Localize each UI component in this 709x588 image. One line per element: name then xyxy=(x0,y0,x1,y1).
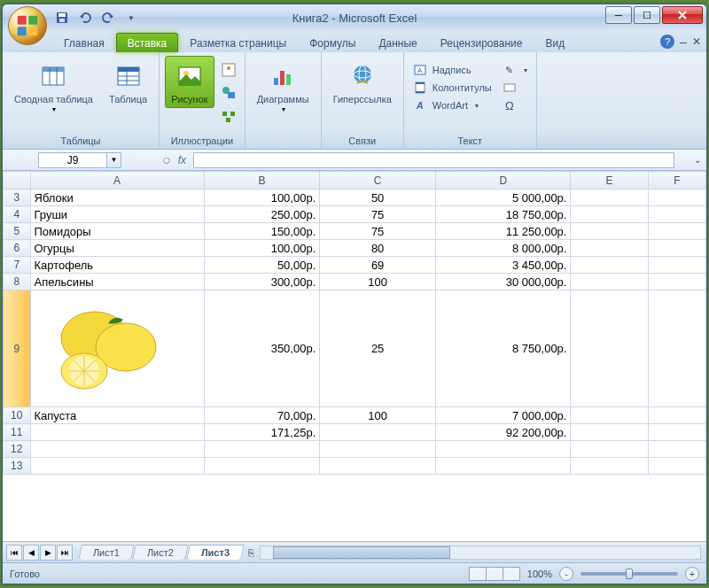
formula-bar[interactable] xyxy=(193,152,674,168)
clipart-icon[interactable] xyxy=(218,59,239,81)
cell-E13[interactable] xyxy=(571,458,648,475)
cell-E3[interactable] xyxy=(571,190,648,206)
cell-C9[interactable]: 25 xyxy=(320,290,436,407)
lemon-image[interactable] xyxy=(42,298,175,396)
cell-B10[interactable]: 70,00р. xyxy=(204,407,320,424)
row-header-12[interactable]: 12 xyxy=(4,441,31,458)
cancel-formula-icon[interactable]: ○ xyxy=(162,152,171,168)
charts-button[interactable]: Диаграммы ▾ xyxy=(251,56,316,116)
cell-D10[interactable]: 7 000,00р. xyxy=(435,407,571,424)
save-icon[interactable] xyxy=(52,8,72,27)
first-sheet-button[interactable]: ⏮ xyxy=(6,545,22,561)
row-header-5[interactable]: 5 xyxy=(4,223,31,240)
cell-D13[interactable] xyxy=(435,458,571,475)
cell-A5[interactable]: Помидоры xyxy=(30,223,204,240)
close-button[interactable] xyxy=(662,6,703,24)
last-sheet-button[interactable]: ⏭ xyxy=(57,545,73,561)
picture-button[interactable]: Рисунок xyxy=(165,56,214,108)
cell-E12[interactable] xyxy=(571,441,648,458)
shapes-icon[interactable] xyxy=(218,82,239,104)
table-button[interactable]: Таблица xyxy=(103,56,153,108)
col-header-C[interactable]: C xyxy=(320,172,436,190)
cell-C13[interactable] xyxy=(320,458,436,475)
cell-B13[interactable] xyxy=(204,458,320,475)
row-header-6[interactable]: 6 xyxy=(4,240,31,257)
cell-F11[interactable] xyxy=(648,424,705,441)
col-header-A[interactable]: A xyxy=(30,172,204,190)
cell-B11[interactable]: 171,25р. xyxy=(204,424,320,441)
cell-E8[interactable] xyxy=(571,274,648,290)
row-header-11[interactable]: 11 xyxy=(4,424,31,441)
cell-A13[interactable] xyxy=(30,458,204,475)
cell-C8[interactable]: 100 xyxy=(320,274,436,290)
page-break-view-button[interactable] xyxy=(503,567,520,581)
next-sheet-button[interactable]: ▶ xyxy=(40,545,56,561)
signature-button[interactable]: ✎▾ xyxy=(499,61,531,79)
cell-D12[interactable] xyxy=(435,441,571,458)
name-box[interactable]: ▼ xyxy=(38,152,144,168)
sheet-tab-1[interactable]: Лист2 xyxy=(132,545,189,560)
textbox-button[interactable]: AНадпись xyxy=(409,61,495,79)
name-box-input[interactable] xyxy=(38,152,107,168)
cell-E5[interactable] xyxy=(571,223,648,240)
cell-A9[interactable] xyxy=(30,290,204,407)
qat-customize-icon[interactable]: ▼ xyxy=(121,8,141,27)
cell-A11[interactable] xyxy=(30,424,204,441)
new-sheet-button[interactable]: ⎘ xyxy=(248,547,254,558)
smartart-icon[interactable] xyxy=(218,105,239,127)
ribbon-tab-2[interactable]: Разметка страницы xyxy=(178,33,298,52)
cell-C11[interactable] xyxy=(320,424,436,441)
cell-F3[interactable] xyxy=(648,190,705,206)
col-header-E[interactable]: E xyxy=(571,172,648,190)
cell-B7[interactable]: 50,00р. xyxy=(204,257,320,274)
doc-close-icon[interactable]: ✕ xyxy=(692,35,701,48)
cell-F12[interactable] xyxy=(648,441,705,458)
row-header-10[interactable]: 10 xyxy=(4,407,31,424)
cell-A3[interactable]: Яблоки xyxy=(30,190,204,206)
cell-D4[interactable]: 18 750,00р. xyxy=(435,206,571,223)
cell-A10[interactable]: Капуста xyxy=(30,407,204,424)
cell-F5[interactable] xyxy=(648,223,705,240)
hyperlink-button[interactable]: Гиперссылка xyxy=(327,56,398,108)
symbol-button[interactable]: Ω xyxy=(499,97,531,114)
ribbon-tab-0[interactable]: Главная xyxy=(52,33,116,52)
headerfooter-button[interactable]: Колонтитулы xyxy=(409,79,495,97)
cell-F10[interactable] xyxy=(648,407,705,424)
cell-F9[interactable] xyxy=(648,290,705,407)
col-header-D[interactable]: D xyxy=(435,172,571,190)
ribbon-tab-1[interactable]: Вставка xyxy=(116,33,179,52)
col-header-B[interactable]: B xyxy=(204,172,320,190)
cell-D8[interactable]: 30 000,00р. xyxy=(435,274,571,290)
object-button[interactable] xyxy=(499,79,531,97)
ribbon-tab-6[interactable]: Вид xyxy=(534,33,576,52)
sheet-tab-2[interactable]: Лист3 xyxy=(186,545,245,560)
cell-A7[interactable]: Картофель xyxy=(30,257,204,274)
col-header-F[interactable]: F xyxy=(648,172,705,190)
help-icon[interactable]: ? xyxy=(660,35,674,49)
horizontal-scrollbar[interactable] xyxy=(260,545,701,560)
row-header-8[interactable]: 8 xyxy=(4,274,31,290)
cell-A6[interactable]: Огурцы xyxy=(30,240,204,257)
cell-C4[interactable]: 75 xyxy=(320,206,436,223)
cell-B6[interactable]: 100,00р. xyxy=(204,240,320,257)
row-header-9[interactable]: 9 xyxy=(4,290,31,407)
cell-D3[interactable]: 5 000,00р. xyxy=(435,190,571,206)
cell-B8[interactable]: 300,00р. xyxy=(204,274,320,290)
fx-label[interactable]: fx xyxy=(178,154,186,166)
cell-D5[interactable]: 11 250,00р. xyxy=(435,223,571,240)
row-header-7[interactable]: 7 xyxy=(4,257,31,274)
name-box-dropdown[interactable]: ▼ xyxy=(107,152,121,168)
undo-icon[interactable] xyxy=(75,8,95,27)
zoom-level[interactable]: 100% xyxy=(527,569,552,579)
office-button[interactable] xyxy=(8,6,47,45)
cell-E11[interactable] xyxy=(571,424,648,441)
cell-C3[interactable]: 50 xyxy=(320,190,436,206)
cell-E10[interactable] xyxy=(571,407,648,424)
cell-A4[interactable]: Груши xyxy=(30,206,204,223)
prev-sheet-button[interactable]: ◀ xyxy=(23,545,39,561)
select-all-corner[interactable] xyxy=(4,172,31,190)
cell-B5[interactable]: 150,00р. xyxy=(204,223,320,240)
cell-A12[interactable] xyxy=(30,441,204,458)
cell-C6[interactable]: 80 xyxy=(320,240,436,257)
cell-D9[interactable]: 8 750,00р. xyxy=(435,290,571,407)
